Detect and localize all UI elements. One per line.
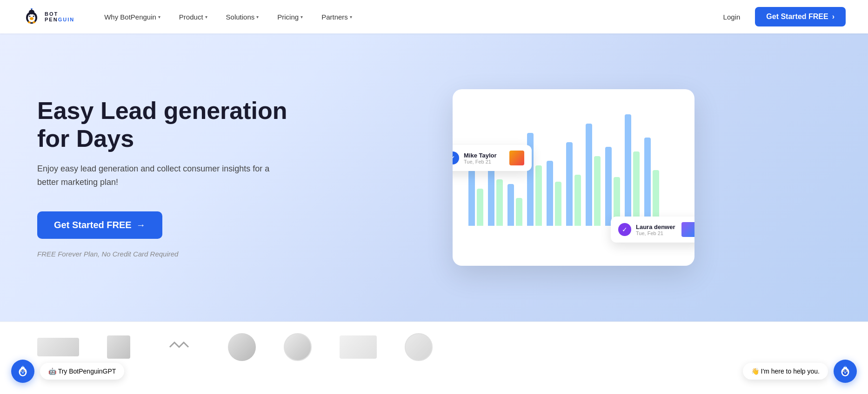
bar-primary	[625, 114, 631, 226]
bar-group	[644, 138, 659, 226]
hero-note: FREE Forever Plan, No Credit Card Requir…	[37, 250, 316, 258]
svg-rect-7	[28, 21, 31, 23]
brand-logo-3	[158, 338, 200, 356]
brand-logo-1	[37, 338, 79, 356]
brand-logo-6	[405, 333, 433, 361]
bar-group	[605, 147, 620, 226]
bot-penguin-icon	[23, 8, 40, 25]
login-button[interactable]: Login	[716, 9, 748, 25]
nav-why[interactable]: Why BotPenguin ▾	[97, 9, 168, 25]
nav-links: Why BotPenguin ▾ Product ▾ Solutions ▾ P…	[97, 9, 715, 25]
user-avatar-1	[509, 151, 524, 165]
brand-logo-5	[340, 335, 377, 359]
hero-title: Easy Lead generation for Days	[37, 97, 316, 153]
bar-secondary	[477, 189, 483, 226]
brand-logo-2	[107, 335, 130, 359]
bar-secondary	[555, 182, 561, 226]
hero-right: ✓ Mike Taylor Tue, Feb 21 ✓ Laura denwer…	[316, 89, 831, 266]
nav-solutions[interactable]: Solutions ▾	[219, 9, 267, 25]
svg-rect-8	[33, 21, 35, 23]
logo[interactable]: BOT PENGUIN	[22, 7, 74, 26]
nav-product[interactable]: Product ▾	[172, 9, 215, 25]
svg-point-9	[29, 10, 34, 14]
chat-bubble[interactable]: 🤖 Try BotPenguinGPT	[40, 363, 124, 372]
user-date-1: Tue, Feb 21	[464, 159, 505, 164]
bar-group	[547, 161, 561, 226]
svg-point-5	[33, 16, 34, 17]
chevron-down-icon: ▾	[256, 14, 259, 20]
bar-primary	[586, 124, 592, 226]
svg-point-25	[843, 370, 844, 371]
bar-secondary	[574, 175, 581, 226]
svg-point-4	[29, 16, 31, 17]
user-card-1: ✓ Mike Taylor Tue, Feb 21	[453, 145, 532, 171]
arrow-icon: ›	[832, 13, 835, 21]
hero-subtitle: Enjoy easy lead generation and collect c…	[37, 162, 270, 189]
nav-right: Login Get Started FREE ›	[716, 7, 846, 26]
brand-logo-4	[284, 333, 312, 361]
user-info-2: Laura denwer Tue, Feb 21	[636, 223, 677, 236]
user-name-1: Mike Taylor	[464, 152, 505, 159]
logo-text: BOT PENGUIN	[45, 11, 74, 22]
hero-section: Easy Lead generation for Days Enjoy easy…	[0, 33, 868, 322]
bar-group	[566, 142, 581, 226]
help-widget: 👋 I'm here to help you.	[743, 360, 857, 372]
bar-secondary	[516, 198, 522, 226]
dashboard-card: ✓ Mike Taylor Tue, Feb 21 ✓ Laura denwer…	[453, 89, 694, 266]
bar-primary	[566, 142, 573, 226]
bar-secondary	[633, 151, 640, 226]
logos-bar	[0, 322, 868, 372]
logo-pen: PEN	[45, 17, 58, 22]
bar-primary	[644, 138, 651, 226]
chevron-down-icon: ▾	[350, 14, 352, 20]
nav-partners[interactable]: Partners ▾	[314, 9, 360, 25]
hero-left: Easy Lead generation for Days Enjoy easy…	[37, 97, 316, 257]
bar-primary	[507, 184, 514, 226]
chat-bubble-text: 🤖 Try BotPenguinGPT	[48, 368, 116, 372]
bar-primary	[468, 170, 475, 226]
brand-logo-manchester	[228, 333, 256, 361]
bar-group	[507, 184, 522, 226]
chevron-down-icon: ▾	[300, 14, 303, 20]
user-card-2: ✓ Laura denwer Tue, Feb 21	[611, 217, 694, 243]
user-info-1: Mike Taylor Tue, Feb 21	[464, 152, 505, 164]
help-bot-icon[interactable]	[834, 360, 857, 372]
chat-bot-icon[interactable]	[11, 360, 34, 372]
svg-point-26	[846, 370, 847, 371]
help-bubble: 👋 I'm here to help you.	[743, 363, 828, 372]
user-date-2: Tue, Feb 21	[636, 230, 677, 236]
logo-icon	[22, 7, 41, 26]
help-bubble-text: 👋 I'm here to help you.	[751, 368, 820, 372]
chevron-down-icon: ▾	[205, 14, 207, 20]
bar-group	[468, 170, 483, 226]
svg-point-20	[22, 366, 23, 367]
svg-point-6	[30, 17, 33, 20]
chevron-down-icon: ▾	[158, 14, 160, 20]
svg-point-11	[31, 8, 33, 9]
bar-secondary	[535, 165, 542, 226]
svg-point-29	[844, 366, 846, 367]
user-name-2: Laura denwer	[636, 223, 677, 230]
bar-secondary	[496, 179, 503, 226]
nav-pricing[interactable]: Pricing ▾	[270, 9, 310, 25]
navbar-cta-button[interactable]: Get Started FREE ›	[755, 7, 846, 26]
bar-group	[586, 124, 601, 226]
arrow-icon: →	[136, 220, 146, 230]
user-avatar-2	[681, 222, 694, 237]
chat-widget[interactable]: 🤖 Try BotPenguinGPT	[11, 360, 124, 372]
check-icon-1: ✓	[453, 151, 459, 164]
svg-point-17	[24, 370, 25, 371]
navbar: BOT PENGUIN Why BotPenguin ▾ Product ▾ S…	[0, 0, 868, 33]
bar-secondary	[594, 156, 601, 226]
hero-cta-button[interactable]: Get Started FREE →	[37, 211, 162, 239]
logo-guin: GUIN	[58, 17, 75, 22]
bar-group	[625, 114, 640, 226]
svg-point-16	[21, 370, 22, 371]
bar-primary	[547, 161, 553, 226]
logo-bot: BOT	[45, 11, 58, 17]
bar-primary	[605, 147, 612, 226]
check-icon-2: ✓	[618, 223, 631, 236]
